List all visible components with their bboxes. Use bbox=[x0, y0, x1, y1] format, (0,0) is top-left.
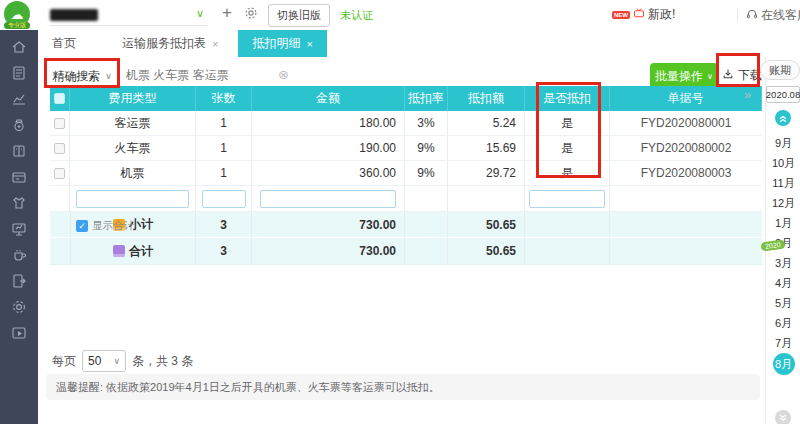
download-button[interactable]: 下载 bbox=[722, 67, 762, 84]
col-doc-no[interactable]: 单据号 bbox=[610, 86, 762, 111]
show-total-toggle[interactable]: ✓ 显示合计 bbox=[76, 219, 134, 233]
cell-rate: 9% bbox=[405, 136, 448, 161]
scroll-right-icon[interactable]: » bbox=[744, 87, 751, 102]
online-service-label: 在线客服 bbox=[761, 7, 800, 24]
cell-count: 1 bbox=[196, 111, 252, 136]
row-checkbox[interactable] bbox=[54, 143, 65, 154]
total-label: 合计 bbox=[129, 243, 153, 260]
company-name-redacted bbox=[50, 9, 98, 21]
cell-amount: 360.00 bbox=[252, 161, 405, 186]
filter-expense-type-input[interactable] bbox=[76, 190, 189, 208]
filter-amount-input[interactable] bbox=[260, 190, 397, 208]
col-amount[interactable]: 金额 bbox=[252, 86, 405, 111]
month-item[interactable]: 10月 bbox=[772, 153, 796, 173]
add-company-button[interactable]: + bbox=[218, 3, 236, 23]
total-amount: 730.00 bbox=[252, 238, 405, 265]
cert-status[interactable]: 未认证 bbox=[340, 8, 373, 23]
total-icon bbox=[113, 245, 125, 257]
month-item[interactable]: 7月 bbox=[772, 333, 796, 353]
tab-transport-deduction[interactable]: 运输服务抵扣表 × bbox=[108, 30, 232, 57]
col-expense-type[interactable]: 费用类型 bbox=[70, 86, 196, 111]
main-content: 精确搜索 ∨ ⊗ 批量操作 ∨ 下载 费用类型 张数 金额 抵扣率 抵扣额 是否… bbox=[38, 57, 765, 424]
settings-icon[interactable] bbox=[11, 299, 27, 315]
online-service[interactable]: 在线客服 bbox=[746, 7, 800, 24]
month-item[interactable]: 6月 bbox=[772, 313, 796, 333]
period-panel-title[interactable]: 账期 bbox=[760, 60, 800, 80]
new-policy-entry[interactable]: NEW 新政! bbox=[612, 6, 675, 23]
filter-count-input[interactable] bbox=[202, 190, 246, 208]
report-chart-icon[interactable] bbox=[11, 91, 27, 107]
per-page-label: 每页 bbox=[52, 353, 76, 370]
checkout-card-icon[interactable] bbox=[11, 169, 27, 185]
divider bbox=[737, 8, 738, 22]
service-icon[interactable] bbox=[11, 247, 27, 263]
table-row[interactable]: 机票 1 360.00 9% 29.72 是 FYD2020080003 bbox=[50, 161, 762, 186]
month-list: 9月 10月 11月 12月 1月 2月 3月 4月 5月 6月 7月 8月 bbox=[766, 133, 800, 375]
chevron-down-icon: ∨ bbox=[707, 72, 713, 81]
tab-home[interactable]: 首页 bbox=[38, 30, 90, 57]
month-item-selected[interactable]: 8月 bbox=[773, 353, 795, 375]
workbench-icon[interactable] bbox=[11, 221, 27, 237]
subtotal-row: ✓ 显示合计 小计 3 730.00 50.65 bbox=[50, 212, 762, 238]
month-item[interactable]: 11月 bbox=[772, 173, 796, 193]
funds-icon[interactable] bbox=[11, 117, 27, 133]
filter-deductible-input[interactable] bbox=[529, 190, 605, 208]
month-item[interactable]: 3月 bbox=[772, 253, 796, 273]
clear-search-icon[interactable]: ⊗ bbox=[278, 67, 289, 82]
cell-doc-no: FYD2020080002 bbox=[610, 136, 762, 161]
cell-rate: 3% bbox=[405, 111, 448, 136]
col-count[interactable]: 张数 bbox=[196, 86, 252, 111]
show-total-label: 显示合计 bbox=[92, 219, 134, 233]
month-item[interactable]: 1月 bbox=[772, 213, 796, 233]
chevron-down-icon: ∨ bbox=[196, 7, 204, 20]
tab-bar: 首页 运输服务抵扣表 × 抵扣明细 × bbox=[38, 30, 765, 57]
headset-icon bbox=[746, 8, 758, 23]
col-rate[interactable]: 抵扣率 bbox=[405, 86, 448, 111]
search-input[interactable] bbox=[126, 65, 294, 87]
cell-doc-no: FYD2020080003 bbox=[610, 161, 762, 186]
cell-deductible: 是 bbox=[525, 111, 610, 136]
gear-icon[interactable] bbox=[244, 6, 258, 23]
per-page-select[interactable]: 50 ∨ bbox=[82, 350, 126, 372]
month-item[interactable]: 9月 bbox=[772, 133, 796, 153]
cell-expense-type: 客运票 bbox=[70, 111, 196, 136]
voucher-icon[interactable] bbox=[11, 65, 27, 81]
month-item[interactable]: 4月 bbox=[772, 273, 796, 293]
cell-deductible: 是 bbox=[525, 161, 610, 186]
row-checkbox[interactable] bbox=[54, 168, 65, 179]
table-row[interactable]: 火车票 1 190.00 9% 15.69 是 FYD2020080002 bbox=[50, 136, 762, 161]
subtotal-count: 3 bbox=[196, 212, 252, 238]
total-count-label: 条，共 3 条 bbox=[132, 353, 193, 370]
tutorial-video-icon[interactable] bbox=[11, 325, 27, 341]
download-label: 下载 bbox=[738, 67, 762, 84]
cell-deductible: 是 bbox=[525, 136, 610, 161]
col-deduct-amount[interactable]: 抵扣额 bbox=[448, 86, 525, 111]
current-period-input[interactable]: 2020.08 bbox=[766, 86, 800, 103]
salary-icon[interactable] bbox=[11, 195, 27, 211]
table-row[interactable]: 客运票 1 180.00 3% 5.24 是 FYD2020080001 bbox=[50, 111, 762, 136]
subtotal-deduct: 50.65 bbox=[448, 212, 525, 238]
cell-deduct: 29.72 bbox=[448, 161, 525, 186]
switch-old-version-button[interactable]: 切换旧版 bbox=[268, 4, 330, 27]
invoice-book-icon[interactable] bbox=[11, 143, 27, 159]
close-icon[interactable]: × bbox=[306, 38, 312, 50]
company-selector[interactable]: ∨ bbox=[50, 4, 208, 26]
scroll-down-icon[interactable] bbox=[775, 410, 791, 424]
home-icon[interactable] bbox=[11, 39, 27, 55]
new-badge: NEW bbox=[612, 11, 630, 19]
cell-rate: 9% bbox=[405, 161, 448, 186]
month-item[interactable]: 12月 bbox=[772, 193, 796, 213]
search-mode-dropdown[interactable]: 精确搜索 ∨ bbox=[48, 64, 116, 88]
total-deduct: 50.65 bbox=[448, 238, 525, 265]
close-icon[interactable]: × bbox=[212, 38, 218, 50]
tab-deduction-detail[interactable]: 抵扣明细 × bbox=[238, 30, 326, 57]
deduction-table: 费用类型 张数 金额 抵扣率 抵扣额 是否抵扣 单据号 客运票 1 180.00… bbox=[50, 86, 762, 265]
row-checkbox[interactable] bbox=[54, 118, 65, 129]
scroll-up-icon[interactable] bbox=[775, 110, 791, 126]
checked-checkbox-icon[interactable]: ✓ bbox=[76, 220, 88, 232]
export-doc-icon[interactable] bbox=[11, 273, 27, 289]
col-deductible[interactable]: 是否抵扣 bbox=[525, 86, 610, 111]
total-count: 3 bbox=[196, 238, 252, 265]
month-item[interactable]: 5月 bbox=[772, 293, 796, 313]
select-all-checkbox[interactable] bbox=[54, 93, 65, 104]
